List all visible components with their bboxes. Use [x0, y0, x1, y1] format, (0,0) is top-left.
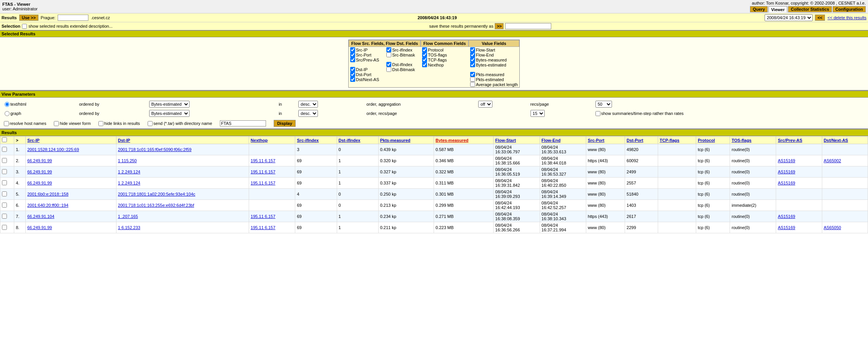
- row-dst-as[interactable]: [822, 189, 868, 200]
- row-src-ip[interactable]: 66.249.91.99: [25, 222, 116, 233]
- select-all-checkbox[interactable]: [2, 137, 7, 142]
- resolve-hosts-label[interactable]: resolve host names: [4, 121, 46, 126]
- row-select-checkbox[interactable]: [2, 147, 7, 152]
- flow-start-checkbox[interactable]: [470, 47, 475, 52]
- row-src-as[interactable]: AS15169: [776, 166, 822, 178]
- row-src-ip[interactable]: 66.249.91.104: [25, 211, 116, 222]
- row-src-ip[interactable]: 66.249.91.99: [25, 155, 116, 166]
- row-select-checkbox[interactable]: [2, 191, 7, 196]
- col-src-as[interactable]: Src/Prev-AS: [776, 136, 822, 144]
- nav-viewer[interactable]: Viewer: [768, 6, 787, 12]
- summaries-checkbox[interactable]: [595, 111, 600, 116]
- hide-viewer-label[interactable]: hide viewer form: [54, 121, 91, 126]
- row-select-checkbox[interactable]: [2, 225, 7, 230]
- row-src-ip[interactable]: 2001:6b0:e:2018::158: [25, 189, 116, 200]
- results-select[interactable]: 2008/04/24 16:43:19: [765, 14, 813, 21]
- row-nexthop[interactable]: 195.11 6.157: [249, 155, 295, 166]
- row-nexthop[interactable]: 195.11 6.157: [249, 178, 295, 189]
- resolve-hosts-checkbox[interactable]: [4, 121, 9, 126]
- col-tcp-flags[interactable]: TCP-flags: [658, 136, 696, 144]
- row-select-checkbox[interactable]: [2, 203, 7, 208]
- tcp-checkbox-label[interactable]: TCP-flags: [422, 57, 467, 62]
- row-dst-as[interactable]: [822, 178, 868, 189]
- bytes-estimated-checkbox-label[interactable]: Bytes-estimated: [470, 62, 518, 67]
- dst-ifindex-checkbox-label[interactable]: Dst-ifIndex: [386, 62, 419, 67]
- graph-order-cell[interactable]: desc. asc.: [297, 109, 364, 118]
- row-src-as[interactable]: [776, 144, 822, 155]
- text-html-radio[interactable]: [5, 102, 10, 107]
- bytes-measured-checkbox[interactable]: [470, 57, 475, 62]
- col-dst-as[interactable]: Dst/Next-AS: [822, 136, 868, 144]
- nav-collector[interactable]: Collector Statistics: [788, 6, 832, 12]
- send-tar-label[interactable]: send (*.tar) with directory name: [148, 121, 212, 126]
- src-prev-as-checkbox-label[interactable]: Src/Prev-AS: [350, 57, 383, 62]
- row-nexthop[interactable]: 195.11 6.157: [249, 166, 295, 178]
- col-flow-start[interactable]: Flow-Start: [494, 136, 540, 144]
- row-select-checkbox[interactable]: [2, 158, 7, 163]
- row-dst-as[interactable]: AS65002: [822, 155, 868, 166]
- show-extended-checkbox[interactable]: [22, 24, 27, 29]
- order-select-cell[interactable]: desc. asc.: [297, 100, 364, 108]
- row-src-ip[interactable]: 2001:1528:124:100::225:69: [25, 144, 116, 155]
- row-src-as[interactable]: AS15169: [776, 222, 822, 233]
- graph-recs-select[interactable]: 15 10 25: [530, 110, 545, 117]
- col-dst-port[interactable]: Dst-Port: [625, 136, 658, 144]
- flow-end-checkbox[interactable]: [470, 52, 475, 57]
- bytes-estimated-checkbox[interactable]: [470, 62, 475, 67]
- row-dst-ip[interactable]: 1 .207.165: [116, 211, 249, 222]
- graph-radio[interactable]: [5, 111, 10, 116]
- col-nexthop[interactable]: Nexthop: [249, 136, 295, 144]
- agg-select-cell[interactable]: off on: [477, 100, 528, 108]
- graph-order-select[interactable]: desc. asc.: [298, 110, 318, 117]
- col-src-port[interactable]: Src-Port: [586, 136, 625, 144]
- row-nexthop[interactable]: [249, 144, 295, 155]
- row-dst-as[interactable]: [822, 211, 868, 222]
- src-bitmask-checkbox[interactable]: [386, 52, 391, 57]
- dst-ip-checkbox[interactable]: [350, 67, 355, 72]
- src-port-checkbox[interactable]: [350, 52, 355, 57]
- agg-select[interactable]: off on: [478, 101, 492, 108]
- perm-input[interactable]: [505, 23, 551, 29]
- row-dst-as[interactable]: [822, 166, 868, 178]
- dst-ip-checkbox-label[interactable]: Dst-IP: [350, 67, 383, 72]
- col-src-ifindex[interactable]: Src-ifIndex: [295, 136, 337, 144]
- domain-input[interactable]: [58, 15, 88, 21]
- flow-end-checkbox-label[interactable]: Flow-End: [470, 52, 518, 57]
- protocol-checkbox-label[interactable]: Protocol: [422, 47, 467, 52]
- row-select-checkbox[interactable]: [2, 169, 7, 174]
- tos-checkbox-label[interactable]: TOS-flags: [422, 52, 467, 57]
- row-dst-ip[interactable]: 1 115.250: [116, 155, 249, 166]
- graph-recs-cell[interactable]: 15 10 25: [529, 109, 593, 118]
- hide-viewer-checkbox[interactable]: [54, 121, 59, 126]
- bytes-measured-checkbox-label[interactable]: Bytes-measured: [470, 57, 518, 62]
- avg-pkt-checkbox[interactable]: [470, 82, 475, 87]
- col-flow-end[interactable]: Flow-End: [540, 136, 586, 144]
- use-button[interactable]: Use >>: [19, 15, 38, 21]
- dst-port-checkbox[interactable]: [350, 72, 355, 77]
- sort-field-cell[interactable]: Bytes-estimated Pkts-measured Bytes-meas…: [148, 100, 276, 108]
- col-tos-flags[interactable]: TOS-flags: [730, 136, 776, 144]
- sort-field-select[interactable]: Bytes-estimated Pkts-measured Bytes-meas…: [149, 101, 190, 108]
- col-dst-ifindex[interactable]: Dst-ifIndex: [337, 136, 378, 144]
- row-nexthop[interactable]: 195.11 6.157: [249, 211, 295, 222]
- text-html-radio-label[interactable]: text/html: [5, 102, 75, 107]
- src-bitmask-checkbox-label[interactable]: Src-Bitmask: [386, 52, 419, 57]
- summaries-label[interactable]: show summaries/time-step rather than rat…: [595, 111, 863, 116]
- col-dst-ip[interactable]: Dst-IP: [116, 136, 249, 144]
- tar-name-input[interactable]: [220, 120, 266, 126]
- flow-start-checkbox-label[interactable]: Flow-Start: [470, 47, 518, 52]
- src-ifindex-checkbox[interactable]: [386, 47, 391, 52]
- dst-ifindex-checkbox[interactable]: [386, 62, 391, 67]
- hide-links-checkbox[interactable]: [98, 121, 103, 126]
- nav-query[interactable]: Query: [750, 6, 768, 12]
- row-select-checkbox[interactable]: [2, 214, 7, 219]
- order-select[interactable]: desc. asc.: [298, 101, 318, 108]
- nexthop-checkbox-label[interactable]: Nexthop: [422, 62, 467, 67]
- dst-bitmask-checkbox[interactable]: [386, 67, 391, 72]
- pkts-estimated-checkbox[interactable]: [470, 77, 475, 82]
- row-src-as[interactable]: AS15169: [776, 178, 822, 189]
- row-dst-ip[interactable]: 2001:718:1c01:163:255e:e692:6d4f:23bf: [116, 200, 249, 211]
- tcp-checkbox[interactable]: [422, 57, 427, 62]
- row-dst-ip[interactable]: 2001:718:1801:1a02:200:5efe:93e4:104c: [116, 189, 249, 200]
- row-nexthop[interactable]: 195.11 6.157: [249, 222, 295, 233]
